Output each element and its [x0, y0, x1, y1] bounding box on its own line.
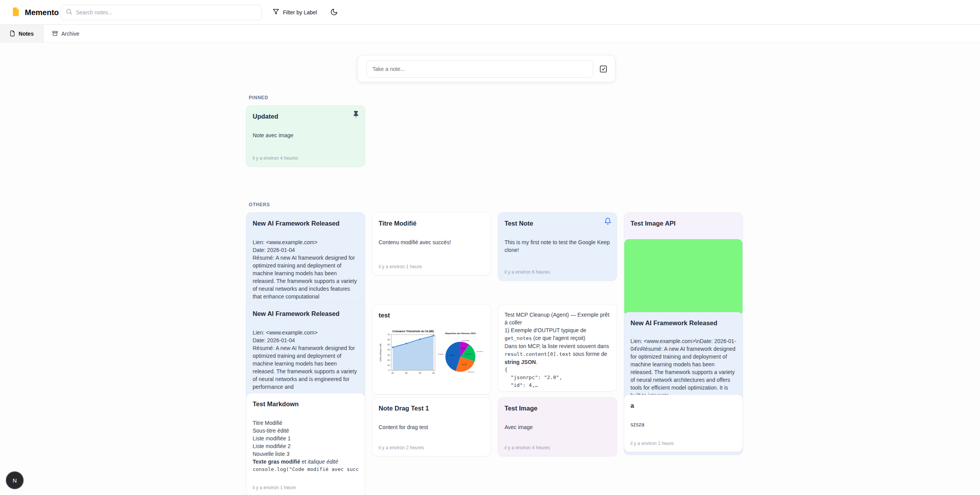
svg-text:20: 20 — [388, 359, 390, 361]
note-card-test-mcp-cleanup[interactable]: Test MCP Cleanup (Agent) — Exemple prêt … — [498, 304, 617, 392]
new-checklist-button[interactable] — [599, 64, 608, 74]
note-title: Titre Modifié — [379, 219, 484, 228]
note-body: Titre Modifié Sous-titre édité Liste mod… — [253, 419, 358, 473]
note-composer: Take a note... — [357, 55, 615, 82]
svg-text:60: 60 — [388, 339, 390, 341]
body-text: Titre Modifié Sous-titre édité Liste mod… — [253, 420, 291, 457]
note-body: Contenu modifié avec succès! — [379, 238, 484, 246]
svg-text:Licences: Licences — [477, 350, 483, 352]
bold-text: string JSON — [505, 359, 536, 365]
note-timestamp: il y a environ 1 heure — [630, 441, 673, 446]
note-card-test-note[interactable]: Test Note This is my first note to test … — [498, 212, 617, 281]
svg-text:40: 40 — [388, 349, 390, 351]
note-body: Lien: <www.example.com> Date: 2026-01-04… — [253, 329, 358, 391]
svg-text:25.0%: 25.0% — [462, 364, 467, 366]
svg-text:Q1: Q1 — [391, 372, 394, 374]
note-title: Test Note — [505, 219, 610, 228]
note-card-note-drag-test[interactable]: Note Drag Test 1 Content for drag test i… — [372, 397, 491, 456]
note-body: Test MCP Cleanup (Agent) — Exemple prêt … — [505, 311, 610, 389]
svg-text:Q4: Q4 — [432, 372, 435, 374]
note-body: Avec image — [505, 423, 610, 431]
body-text: . — [536, 359, 537, 365]
svg-text:Produits: Produits — [438, 353, 443, 355]
note-title: test — [379, 311, 484, 319]
svg-text:Répartition des Revenus 2024: Répartition des Revenus 2024 — [445, 332, 476, 335]
tab-archive[interactable]: Archive — [43, 25, 88, 43]
note-chart-images: Croissance Trimestrielle du CA (M€)Chiff… — [379, 328, 484, 381]
moon-icon — [330, 8, 338, 17]
note-title: New AI Framework Released — [630, 319, 736, 327]
note-card-test-image[interactable]: Test Image Avec image il y a environ 4 h… — [498, 397, 617, 456]
svg-text:10: 10 — [388, 364, 390, 366]
bold-text: Texte gras modifié — [253, 459, 300, 465]
svg-text:10.0%: 10.0% — [461, 347, 465, 349]
note-title: Test Markdown — [253, 400, 358, 408]
app-title: Memento — [25, 8, 59, 17]
note-card-a[interactable]: a szsza il y a environ 1 heure — [624, 395, 743, 452]
svg-text:Q2: Q2 — [405, 372, 408, 374]
note-image-green — [624, 239, 742, 316]
note-title: New AI Framework Released — [253, 219, 358, 228]
svg-text:50: 50 — [388, 344, 390, 346]
note-card-titre-modifie[interactable]: Titre Modifié Contenu modifié avec succè… — [372, 212, 491, 275]
file-icon — [9, 30, 16, 38]
search-placeholder: Search notes... — [76, 9, 112, 16]
code-line: console.log("Code modifié avec succè — [253, 466, 358, 473]
note-timestamp: il y a environ 6 heures — [505, 269, 550, 275]
note-title: Note Drag Test 1 — [379, 404, 484, 412]
svg-text:Croissance Trimestrielle du CA: Croissance Trimestrielle du CA (M€) — [392, 330, 434, 333]
checkbox-icon — [599, 68, 608, 75]
filter-by-label-text: Filter by Label — [283, 9, 317, 16]
note-timestamp: il y a environ 1 heure — [379, 264, 422, 269]
tab-notes[interactable]: Notes — [0, 25, 43, 43]
svg-text:30: 30 — [388, 354, 390, 356]
note-title: Test Image API — [630, 219, 736, 228]
italic-text: italique édité — [308, 459, 338, 465]
note-title: New AI Framework Released — [253, 309, 358, 318]
svg-text:Q3: Q3 — [419, 372, 421, 374]
take-a-note-input[interactable]: Take a note... — [367, 60, 593, 78]
theme-toggle-button[interactable] — [328, 7, 340, 19]
tab-archive-label: Archive — [61, 31, 79, 37]
search-input[interactable]: Search notes... — [60, 5, 262, 20]
note-timestamp: il y a environ 4 heures — [253, 155, 298, 161]
filter-by-label-button[interactable]: Filter by Label — [269, 5, 321, 20]
note-card-test-charts[interactable]: test Croissance Trimestrielle du CA (M€)… — [372, 304, 491, 394]
note-card-test-image-api[interactable]: Test Image API — [624, 212, 743, 318]
inline-code: result.content[0].text — [505, 351, 571, 357]
body-text: et — [300, 459, 308, 465]
note-body: Content for drag test — [379, 423, 484, 431]
note-title: Test Image — [505, 404, 610, 412]
note-title: a — [630, 401, 736, 410]
inline-code: get_notes — [505, 335, 532, 341]
line-chart-image: Croissance Trimestrielle du CA (M€)Chiff… — [379, 328, 438, 381]
user-avatar-button[interactable]: N — [6, 471, 24, 489]
svg-text:0: 0 — [389, 369, 390, 371]
svg-text:Consulting: Consulting — [462, 340, 470, 341]
note-card-test-markdown[interactable]: Test Markdown Titre Modifié Sous-titre é… — [246, 393, 365, 495]
tab-bar: Notes Archive — [0, 25, 980, 43]
svg-text:20.0%: 20.0% — [467, 353, 471, 355]
note-timestamp: il y a environ 2 heures — [379, 445, 424, 450]
note-timestamp: il y a environ 1 heure — [253, 485, 296, 490]
svg-text:Chiffre d'affaires (M€): Chiffre d'affaires (M€) — [380, 343, 382, 362]
note-title: Updated — [253, 112, 358, 121]
note-timestamp: il y a environ 4 heures — [505, 445, 550, 450]
pin-icon[interactable] — [352, 110, 360, 118]
note-card-updated[interactable]: Updated Note avec image il y a environ 4… — [246, 105, 365, 167]
body-text: Test MCP Cleanup (Agent) — Exemple prêt … — [505, 312, 611, 333]
note-body: Lien: <www.example.com>\nDate: 2026-01-0… — [630, 337, 736, 399]
body-text: sous forme de — [571, 351, 609, 357]
bell-icon — [604, 217, 612, 225]
archive-icon — [52, 30, 58, 38]
pinned-section-label: PINNED — [249, 95, 268, 100]
app-header: Memento Search notes... Filter by Label — [0, 0, 980, 25]
note-body: Lien: <www.example.com> Date: 2026-01-04… — [253, 238, 358, 300]
app-logo-document-icon — [11, 7, 21, 18]
svg-text:45.0%: 45.0% — [450, 354, 454, 356]
note-body: szsza — [630, 421, 736, 428]
search-icon — [65, 8, 72, 17]
others-section-label: OTHERS — [249, 202, 270, 207]
note-body: Note avec image — [253, 131, 358, 139]
tab-notes-label: Notes — [19, 31, 34, 37]
